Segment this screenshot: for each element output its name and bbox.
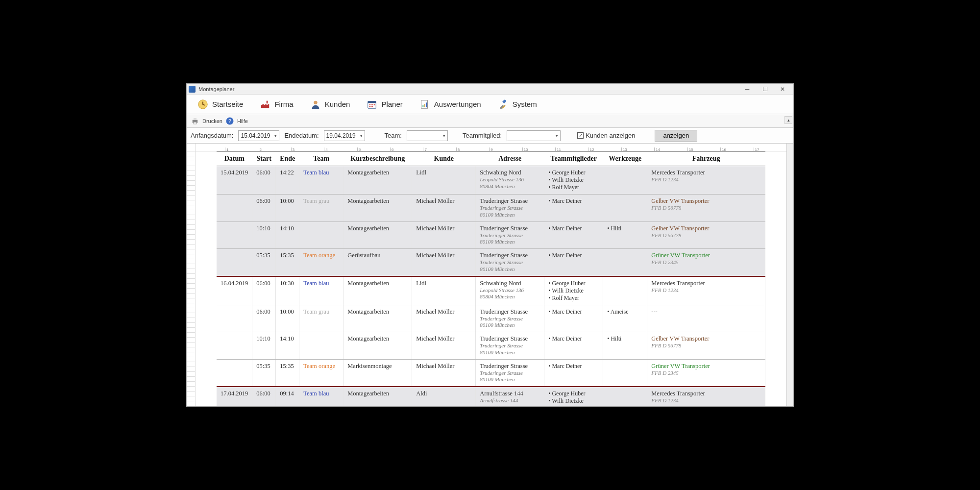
svg-rect-6 (372, 104, 373, 105)
cell-datum (217, 305, 252, 332)
cell-kurz: Montagearbeiten (343, 276, 412, 305)
cell-kurz: Gerüstaufbau (343, 249, 412, 276)
cell-werkzeuge (603, 249, 647, 276)
cell-adresse: Truderinger StrasseTruderinger Strasse80… (476, 359, 544, 387)
app-window: Montageplaner ─ ☐ ✕ Startseite Firma Kun… (186, 83, 794, 407)
cell-kunde: Michael Möller (412, 195, 476, 222)
to-date-label: Endedatum: (284, 132, 318, 139)
svg-rect-12 (424, 104, 425, 107)
checkbox-icon: ✓ (577, 132, 584, 139)
table-row: 05:3515:35Team orangeGerüstaufbauMichael… (217, 249, 765, 276)
col-werkzeuge: Werkzeuge (603, 152, 647, 166)
table-row: 16.04.201906:0010:30Team blauMontagearbe… (217, 276, 765, 305)
table-row: 15.04.201906:0014:22Team blauMontagearbe… (217, 166, 765, 195)
show-button[interactable]: anzeigen (655, 130, 697, 142)
titlebar: Montageplaner ─ ☐ ✕ (187, 84, 793, 95)
cell-werkzeuge: Hilti (603, 221, 647, 249)
print-label[interactable]: Drucken (202, 118, 222, 124)
cell-team: Team blau (299, 276, 343, 305)
maximize-button[interactable]: ☐ (756, 84, 774, 94)
document-scroll[interactable]: 123456 789101112 1314151617 Datum Start … (196, 144, 786, 406)
cell-werkzeuge (603, 195, 647, 222)
cell-fahrzeug: --- (647, 305, 765, 332)
to-date-input[interactable]: 19.04.2019▾ (324, 130, 365, 141)
help-icon[interactable]: ? (225, 117, 234, 125)
cell-start: 06:00 (252, 387, 276, 406)
cell-ende: 14:22 (276, 166, 299, 195)
cell-start: 06:00 (252, 195, 276, 222)
svg-rect-5 (369, 104, 371, 105)
cell-werkzeuge (603, 166, 647, 195)
cell-fahrzeug: Gelber VW TransporterFFB D 56778 (647, 195, 765, 222)
cell-kunde: Lidl (412, 166, 476, 195)
svg-rect-11 (422, 105, 423, 107)
checkbox-label: Kunden anzeigen (586, 132, 635, 139)
cell-datum (217, 332, 252, 360)
factory-icon (260, 99, 270, 110)
cell-start: 06:00 (252, 305, 276, 332)
cell-ende: 10:00 (276, 195, 299, 222)
col-team: Team (299, 152, 343, 166)
cell-adresse: Truderinger StrasseTruderinger Strasse80… (476, 332, 544, 360)
cell-mitglieder: Marc Deiner (544, 305, 603, 332)
show-customers-checkbox[interactable]: ✓ Kunden anzeigen (577, 132, 635, 139)
cell-adresse: Arnulfstrasse 144Arnulfstrasse 14480233 … (476, 387, 544, 406)
member-label: Teammitglied: (463, 132, 502, 139)
cell-start: 05:35 (252, 359, 276, 387)
vertical-scrollbar[interactable] (786, 144, 793, 406)
cell-kurz: Montagearbeiten (343, 332, 412, 360)
team-select[interactable]: ▾ (407, 130, 448, 141)
menu-label: Auswertungen (434, 100, 481, 108)
cell-fahrzeug: Gelber VW TransporterFFB D 56778 (647, 221, 765, 249)
printer-icon[interactable] (191, 117, 199, 125)
filter-bar: Anfangsdatum: 15.04.2019▾ Endedatum: 19.… (187, 128, 793, 144)
cell-mitglieder: George HuberWilli DietzkeRolf Mayer (544, 387, 603, 406)
menu-label: Firma (274, 100, 293, 108)
cell-datum: 17.04.2019 (217, 387, 252, 406)
report-workspace: 123456 789101112 1314151617 Datum Start … (187, 144, 793, 406)
app-icon (189, 86, 196, 93)
menu-auswertungen[interactable]: Auswertungen (413, 96, 488, 113)
cell-datum (217, 195, 252, 222)
menu-system[interactable]: System (491, 96, 544, 113)
cell-kunde: Michael Möller (412, 305, 476, 332)
close-button[interactable]: ✕ (774, 84, 791, 94)
chevron-down-icon: ▾ (360, 133, 363, 138)
col-adresse: Adresse (476, 152, 544, 166)
svg-rect-4 (368, 101, 376, 103)
cell-kurz: Montagearbeiten (343, 221, 412, 249)
menu-label: Planer (381, 100, 402, 108)
scroll-up-icon[interactable]: ▴ (784, 116, 792, 124)
cell-start: 10:10 (252, 332, 276, 360)
svg-point-2 (314, 100, 317, 104)
report-page: Datum Start Ende Team Kurzbeschreibung K… (217, 151, 765, 406)
cell-start: 06:00 (252, 276, 276, 305)
cell-mitglieder: George HuberWilli DietzkeRolf Mayer (544, 276, 603, 305)
svg-rect-16 (194, 118, 196, 120)
minimize-button[interactable]: ─ (738, 84, 756, 94)
cell-fahrzeug: Mercedes TransporterFFB D 1234 (647, 276, 765, 305)
cell-kunde: Michael Möller (412, 332, 476, 360)
table-row: 05:3515:35Team orangeMarkisenmontageMich… (217, 359, 765, 387)
cell-datum (217, 221, 252, 249)
from-date-input[interactable]: 15.04.2019▾ (238, 130, 279, 141)
menu-planer[interactable]: Planer (360, 96, 409, 113)
cell-team: Team orange (299, 249, 343, 276)
help-label[interactable]: Hilfe (237, 118, 248, 124)
cell-werkzeuge (603, 359, 647, 387)
menu-firma[interactable]: Firma (253, 96, 300, 113)
cell-team: Team orange (299, 359, 343, 387)
member-select[interactable]: ▾ (507, 130, 561, 141)
cell-adresse: Truderinger StrasseTruderinger Strasse80… (476, 249, 544, 276)
cell-ende: 15:35 (276, 249, 299, 276)
cell-kurz: Montagearbeiten (343, 387, 412, 406)
vertical-ruler (187, 144, 196, 406)
team-label: Team: (385, 132, 402, 139)
tools-icon (498, 99, 509, 110)
cell-team (299, 332, 343, 360)
menu-kunden[interactable]: Kunden (303, 96, 357, 113)
cell-start: 06:00 (252, 166, 276, 195)
svg-rect-7 (374, 104, 375, 105)
menu-startseite[interactable]: Startseite (191, 96, 250, 113)
main-menu: Startseite Firma Kunden Planer Auswertun… (187, 95, 793, 114)
